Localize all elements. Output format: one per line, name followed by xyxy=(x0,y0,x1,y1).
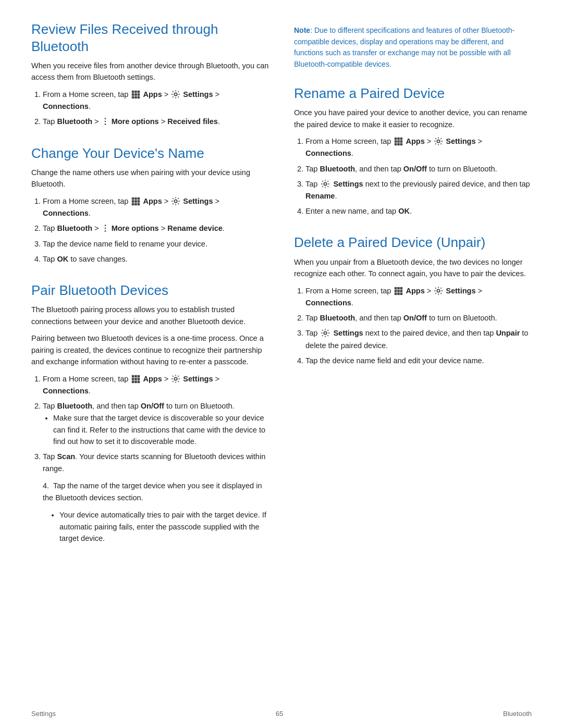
svg-point-12 xyxy=(104,124,106,126)
svg-rect-49 xyxy=(400,287,403,290)
svg-rect-1 xyxy=(135,91,138,93)
svg-rect-37 xyxy=(398,138,400,140)
svg-rect-4 xyxy=(135,93,138,96)
apps-icon xyxy=(131,374,140,384)
svg-point-11 xyxy=(104,121,106,122)
page-footer: Settings 65 Bluetooth xyxy=(0,710,563,718)
settings-icon xyxy=(434,137,443,146)
step4-text: 4. Tap the name of the target device whe… xyxy=(43,480,269,504)
step-item: Tap Settings next to the previously pair… xyxy=(305,178,532,202)
svg-rect-28 xyxy=(138,375,140,378)
apps-icon xyxy=(394,137,403,146)
settings-icon xyxy=(434,286,443,295)
section-pair-devices-heading: Pair Bluetooth Devices xyxy=(31,282,269,299)
svg-rect-36 xyxy=(395,138,397,140)
gear-icon xyxy=(321,328,330,338)
step-item: Tap Scan. Your device starts scanning fo… xyxy=(43,451,269,475)
connections-label: Connections xyxy=(305,149,351,157)
footer-center: 65 xyxy=(276,710,283,718)
ok-label: OK xyxy=(57,255,68,263)
onoff-label: On/Off xyxy=(403,165,427,173)
step-item: Tap the device name field and edit your … xyxy=(305,355,532,367)
step-item: Tap Bluetooth, and then tap On/Off to tu… xyxy=(305,312,532,324)
section-rename-paired-heading: Rename a Paired Device xyxy=(294,85,532,102)
svg-rect-2 xyxy=(138,91,140,93)
step-item: Tap Settings next to the paired device, … xyxy=(305,327,532,351)
svg-rect-6 xyxy=(132,96,134,99)
step-item: Tap OK to save changes. xyxy=(43,253,269,265)
more-options-label: More options xyxy=(112,224,159,232)
note-text: Note: Due to different specifications an… xyxy=(294,25,532,70)
settings-label: Settings xyxy=(183,375,213,383)
settings-icon xyxy=(171,90,180,99)
step-item: Tap Bluetooth, and then tap On/Off to tu… xyxy=(43,400,269,448)
section-pair-devices-intro2: Pairing between two Bluetooth devices is… xyxy=(31,332,269,367)
svg-rect-0 xyxy=(132,91,134,93)
svg-rect-31 xyxy=(138,378,140,380)
settings-icon xyxy=(171,374,180,384)
bluetooth-label: Bluetooth xyxy=(57,117,92,126)
svg-rect-52 xyxy=(400,290,403,292)
svg-rect-40 xyxy=(398,141,400,143)
svg-rect-39 xyxy=(395,141,397,143)
svg-rect-29 xyxy=(132,378,134,380)
settings-label: Settings xyxy=(446,137,475,145)
step-item: Tap Bluetooth, and then tap On/Off to tu… xyxy=(305,163,532,175)
svg-rect-43 xyxy=(398,143,400,146)
rename-device-label: Rename device xyxy=(167,224,223,232)
rename-label: Rename xyxy=(305,192,335,200)
unpair-label: Unpair xyxy=(496,329,520,337)
step-item: Tap Bluetooth > More options > Received … xyxy=(43,116,269,128)
footer-right: Bluetooth xyxy=(503,710,532,718)
note-label: Note xyxy=(294,26,310,34)
section-pair-devices-steps: From a Home screen, tap Apps > Settings … xyxy=(43,373,269,475)
svg-rect-18 xyxy=(138,200,140,203)
section-review-files-heading: Review Files Received through Bluetooth xyxy=(31,21,269,55)
apps-label: Apps xyxy=(406,137,424,145)
svg-rect-17 xyxy=(135,200,138,203)
svg-point-22 xyxy=(175,200,177,202)
step-bullets: Make sure that the target device is disc… xyxy=(53,412,269,447)
svg-rect-54 xyxy=(398,293,400,295)
section-rename-paired-steps: From a Home screen, tap Apps > Settings … xyxy=(305,135,532,217)
settings-label: Settings xyxy=(446,287,475,295)
svg-rect-20 xyxy=(135,203,138,206)
footer-left: Settings xyxy=(31,710,56,718)
svg-rect-34 xyxy=(138,380,140,383)
received-files-label: Received files xyxy=(167,117,218,126)
svg-rect-47 xyxy=(395,287,397,290)
step-item: From a Home screen, tap Apps > Settings … xyxy=(305,285,532,309)
svg-point-35 xyxy=(175,377,177,380)
svg-rect-26 xyxy=(132,375,134,378)
connections-label: Connections xyxy=(305,299,351,307)
svg-point-45 xyxy=(437,140,440,143)
svg-point-56 xyxy=(437,289,440,292)
svg-rect-33 xyxy=(135,380,138,383)
svg-rect-44 xyxy=(400,143,403,146)
apps-label: Apps xyxy=(143,197,162,205)
svg-rect-38 xyxy=(400,138,403,140)
section-change-name-intro: Change the name others use when pairing … xyxy=(31,167,269,190)
section-delete-paired-heading: Delete a Paired Device (Unpair) xyxy=(294,234,532,251)
section-review-files: Review Files Received through Bluetooth … xyxy=(31,21,269,128)
svg-rect-5 xyxy=(138,93,140,96)
svg-point-24 xyxy=(104,228,106,229)
svg-point-25 xyxy=(104,231,106,232)
section-change-name: Change Your Device's Name Change the nam… xyxy=(31,145,269,265)
step-item: From a Home screen, tap Apps > Settings … xyxy=(43,195,269,219)
onoff-label: On/Off xyxy=(403,314,427,322)
svg-point-10 xyxy=(104,118,106,120)
svg-point-46 xyxy=(324,182,327,185)
section-pair-devices-intro1: The Bluetooth pairing process allows you… xyxy=(31,304,269,327)
section-review-files-steps: From a Home screen, tap Apps > Settings … xyxy=(43,89,269,128)
step-item: From a Home screen, tap Apps > Settings … xyxy=(43,89,269,113)
section-rename-paired-intro: Once you have paired your device to anot… xyxy=(294,107,532,130)
bluetooth-label: Bluetooth xyxy=(57,224,92,232)
svg-rect-48 xyxy=(398,287,400,290)
gear-icon xyxy=(321,179,330,189)
svg-rect-41 xyxy=(400,141,403,143)
step-item: From a Home screen, tap Apps > Settings … xyxy=(305,135,532,159)
svg-rect-8 xyxy=(138,96,140,99)
settings-label: Settings xyxy=(183,90,213,98)
svg-point-57 xyxy=(324,332,327,335)
